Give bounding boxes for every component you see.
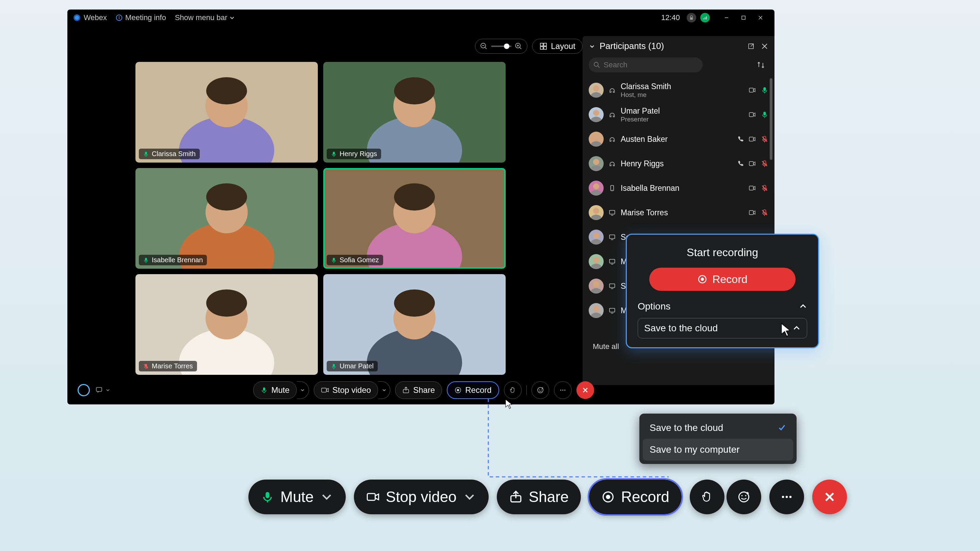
svg-line-17 <box>520 47 521 49</box>
zoom-slider[interactable] <box>491 46 511 47</box>
participant-row[interactable]: Umar Patel Presenter <box>589 102 768 127</box>
big-share-label: Share <box>529 488 569 505</box>
big-reactions-button[interactable] <box>727 480 761 514</box>
name-tag: Clarissa Smith <box>139 149 200 159</box>
svg-point-27 <box>206 77 247 105</box>
svg-rect-20 <box>540 43 543 46</box>
svg-rect-38 <box>145 258 147 261</box>
leave-button[interactable] <box>576 381 594 399</box>
video-tile[interactable]: Henry Riggs <box>323 62 506 163</box>
big-record-button[interactable]: Record <box>589 480 682 514</box>
svg-point-140 <box>564 390 565 391</box>
participant-row[interactable]: Austen Baker <box>589 127 768 151</box>
video-tile[interactable]: Umar Patel <box>323 274 506 375</box>
more-button[interactable] <box>554 381 572 399</box>
search-icon <box>593 62 600 68</box>
big-leave-button[interactable] <box>812 480 847 514</box>
svg-rect-116 <box>609 284 614 287</box>
lock-status-icon[interactable] <box>687 13 696 22</box>
layout-button[interactable]: Layout <box>532 39 582 54</box>
svg-rect-128 <box>263 387 265 391</box>
chat-button[interactable] <box>95 386 110 394</box>
svg-point-59 <box>594 62 598 66</box>
video-tile[interactable]: Clarissa Smith <box>135 62 318 163</box>
reactions-button[interactable] <box>531 381 549 399</box>
meeting-info-button[interactable]: Meeting info <box>116 13 166 22</box>
assistant-button[interactable] <box>78 384 90 396</box>
record-button[interactable]: Record <box>447 381 499 399</box>
chevron-down-icon <box>229 15 235 21</box>
mute-button[interactable]: Mute <box>253 381 296 399</box>
popout-icon[interactable] <box>747 43 755 50</box>
maximize-button[interactable] <box>735 10 752 26</box>
search-input[interactable] <box>589 57 703 73</box>
participant-row[interactable]: Isabella Brennan <box>589 176 768 200</box>
desktop-icon <box>608 307 616 314</box>
microphone-icon <box>260 386 268 394</box>
participant-row[interactable]: Henry Riggs <box>589 151 768 176</box>
svg-rect-88 <box>749 186 753 190</box>
zoom-in-icon[interactable] <box>515 43 522 50</box>
svg-line-82 <box>762 161 767 166</box>
close-button[interactable] <box>752 10 769 26</box>
mute-all-button[interactable]: Mute all <box>593 342 619 351</box>
avatar <box>589 230 604 245</box>
avatar <box>589 132 604 147</box>
name-tag: Umar Patel <box>327 361 378 372</box>
avatar <box>589 107 604 122</box>
svg-rect-69 <box>749 113 753 117</box>
svg-point-62 <box>593 86 599 92</box>
desktop-icon <box>608 258 616 265</box>
big-mute-button[interactable]: Mute <box>248 480 346 514</box>
svg-point-132 <box>457 389 460 392</box>
dropdown-option-computer[interactable]: Save to my computer <box>643 439 793 460</box>
chevron-down-icon[interactable] <box>463 490 476 504</box>
record-label: Record <box>465 385 492 395</box>
record-icon <box>601 490 615 504</box>
video-dropdown[interactable] <box>378 381 390 399</box>
video-tile[interactable]: Sofia Gomez <box>323 168 506 269</box>
record-popup-button[interactable]: Record <box>649 268 795 291</box>
close-panel-icon[interactable] <box>761 43 768 50</box>
titlebar: Webex Meeting info Show menu bar 12:40 <box>67 10 775 26</box>
checkmark-icon <box>778 424 786 432</box>
minimize-button[interactable] <box>718 10 735 26</box>
participant-name: Henry Riggs <box>620 159 732 168</box>
sort-button[interactable] <box>753 57 768 73</box>
svg-point-138 <box>560 390 561 391</box>
big-stop-video-button[interactable]: Stop video <box>354 480 488 514</box>
chevron-up-icon <box>792 324 801 332</box>
headset-icon <box>608 160 616 167</box>
show-menubar-button[interactable]: Show menu bar <box>175 13 235 22</box>
big-raise-hand-button[interactable] <box>690 480 724 514</box>
options-toggle[interactable]: Options <box>638 301 807 312</box>
chevron-down-icon[interactable] <box>320 490 334 504</box>
big-more-button[interactable] <box>769 480 804 514</box>
big-share-button[interactable]: Share <box>497 480 581 514</box>
camera-icon <box>749 86 756 94</box>
raise-hand-button[interactable] <box>504 381 522 399</box>
network-status-icon[interactable] <box>700 13 710 22</box>
zoom-control[interactable] <box>475 39 527 54</box>
avatar <box>589 303 604 318</box>
svg-point-92 <box>593 208 599 214</box>
avatar <box>589 83 604 98</box>
show-menubar-label: Show menu bar <box>175 13 227 22</box>
participant-row[interactable]: Marise Torres <box>589 200 768 225</box>
stop-video-button[interactable]: Stop video <box>314 381 378 399</box>
dropdown-option-cloud[interactable]: Save to the cloud <box>643 417 793 439</box>
svg-rect-43 <box>333 258 335 261</box>
zoom-out-icon[interactable] <box>480 43 488 50</box>
participant-row[interactable]: Clarissa Smith Host, me <box>589 78 768 102</box>
svg-point-78 <box>593 159 599 165</box>
microphone-on-icon <box>331 257 337 263</box>
video-tile[interactable]: Isabelle Brennan <box>135 168 318 269</box>
share-button[interactable]: Share <box>395 381 442 399</box>
collapse-icon[interactable] <box>589 43 595 50</box>
chevron-up-icon <box>799 302 807 311</box>
scrollbar[interactable] <box>770 78 772 160</box>
video-tile[interactable]: Marise Torres <box>135 274 318 375</box>
avatar <box>589 254 604 269</box>
mute-dropdown[interactable] <box>297 381 309 399</box>
svg-point-135 <box>541 389 542 390</box>
